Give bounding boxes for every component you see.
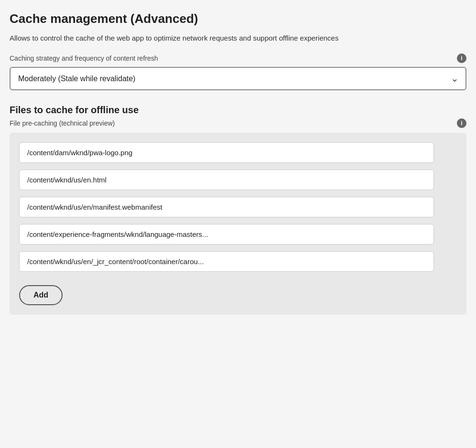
file-input-2[interactable]: [19, 170, 434, 190]
move-file-2-button[interactable]: [451, 177, 457, 182]
file-row: [19, 251, 457, 272]
file-precaching-info-icon[interactable]: i: [457, 118, 466, 128]
files-section: Add: [10, 133, 466, 315]
delete-file-1-button[interactable]: [440, 149, 445, 155]
caching-strategy-wrapper: Moderately (Stale while revalidate)Aggre…: [10, 67, 466, 90]
delete-file-4-button[interactable]: [440, 231, 445, 237]
page-description: Allows to control the cache of the web a…: [10, 33, 466, 44]
file-input-3[interactable]: [19, 197, 434, 217]
file-precaching-label-row: File pre-caching (technical preview) i: [10, 118, 466, 128]
file-row: [19, 170, 457, 190]
caching-strategy-label: Caching strategy and frequency of conten…: [10, 54, 158, 62]
delete-file-5-button[interactable]: [440, 258, 445, 264]
file-row: [19, 197, 457, 217]
delete-file-2-button[interactable]: [440, 177, 445, 182]
move-file-1-button[interactable]: [451, 149, 457, 155]
file-row: [19, 142, 457, 163]
move-file-3-button[interactable]: [451, 204, 457, 210]
caching-strategy-select[interactable]: Moderately (Stale while revalidate)Aggre…: [10, 67, 466, 90]
page-title: Cache management (Advanced): [10, 11, 466, 26]
caching-strategy-label-row: Caching strategy and frequency of conten…: [10, 53, 466, 63]
file-precaching-label: File pre-caching (technical preview): [10, 119, 115, 127]
file-row: [19, 224, 457, 245]
file-input-5[interactable]: [19, 251, 434, 272]
move-file-4-button[interactable]: [451, 231, 457, 237]
move-file-5-button[interactable]: [451, 258, 457, 264]
delete-file-3-button[interactable]: [440, 204, 445, 210]
add-button[interactable]: Add: [19, 285, 63, 305]
caching-strategy-info-icon[interactable]: i: [457, 53, 466, 63]
files-section-title: Files to cache for offline use: [10, 105, 466, 116]
file-input-1[interactable]: [19, 142, 434, 163]
file-input-4[interactable]: [19, 224, 434, 245]
